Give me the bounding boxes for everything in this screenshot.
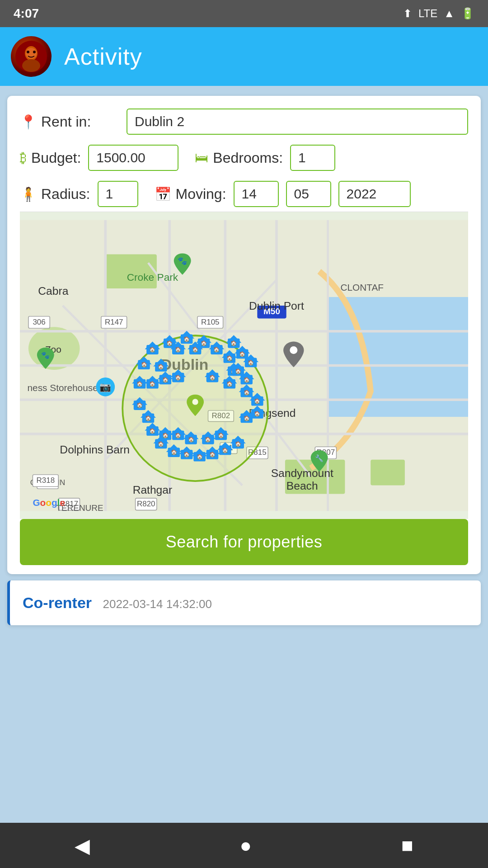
svg-text:🏠: 🏠 bbox=[158, 363, 164, 370]
svg-text:🏠: 🏠 bbox=[235, 441, 242, 447]
map-container[interactable]: R147 R105 306 R815 R807 CRUMLIN R817 R82… bbox=[20, 212, 468, 519]
svg-text:🏠: 🏠 bbox=[141, 361, 148, 368]
moving-day-input[interactable] bbox=[234, 181, 279, 207]
svg-text:🏠: 🏠 bbox=[149, 428, 156, 434]
svg-text:🏠: 🏠 bbox=[213, 346, 220, 353]
svg-text:📷: 📷 bbox=[99, 381, 111, 393]
rent-in-input[interactable] bbox=[127, 108, 468, 135]
person-icon: 🧍 bbox=[20, 186, 37, 202]
svg-text:🏠: 🏠 bbox=[226, 355, 233, 361]
svg-text:🏠: 🏠 bbox=[183, 451, 190, 458]
svg-text:CLONTAF: CLONTAF bbox=[340, 282, 384, 292]
battery-icon: 🔋 bbox=[461, 7, 474, 20]
status-time: 4:07 bbox=[14, 6, 39, 21]
calendar-icon: 📅 bbox=[155, 186, 171, 202]
svg-text:🏠: 🏠 bbox=[209, 374, 216, 381]
svg-text:🏠: 🏠 bbox=[149, 381, 156, 387]
svg-text:Dublin Port: Dublin Port bbox=[249, 300, 304, 312]
moving-year-input[interactable] bbox=[338, 181, 411, 207]
svg-text:🏠: 🏠 bbox=[171, 449, 178, 455]
svg-text:🏠: 🏠 bbox=[209, 451, 216, 458]
search-card: 📍 Rent in: ₿ Budget: 🛏 Bedrooms: bbox=[7, 96, 481, 574]
svg-text:Dolphins Barn: Dolphins Barn bbox=[60, 443, 130, 456]
bitcoin-icon: ₿ bbox=[20, 150, 27, 165]
back-button[interactable]: ◀ bbox=[61, 830, 103, 862]
svg-text:🏠: 🏠 bbox=[162, 432, 169, 439]
svg-text:🏠: 🏠 bbox=[226, 381, 233, 387]
svg-text:🏠: 🏠 bbox=[222, 447, 229, 453]
activity-title: Co-renter bbox=[23, 594, 92, 611]
bedrooms-input[interactable] bbox=[290, 145, 335, 171]
svg-text:R318: R318 bbox=[36, 476, 55, 485]
svg-text:🏠: 🏠 bbox=[175, 374, 182, 381]
budget-label: ₿ Budget: bbox=[20, 150, 81, 166]
activity-card: Co-renter 2022-03-14 14:32:00 bbox=[7, 580, 481, 625]
moving-month-input[interactable] bbox=[286, 181, 331, 207]
location-icon: 📍 bbox=[20, 114, 37, 130]
activity-timestamp: 2022-03-14 14:32:00 bbox=[103, 597, 211, 611]
radius-label: 🧍 Radius: bbox=[20, 186, 90, 203]
svg-point-3 bbox=[22, 59, 40, 72]
svg-text:🏠: 🏠 bbox=[136, 381, 143, 387]
svg-text:Beach: Beach bbox=[286, 480, 318, 492]
rent-in-label: 📍 Rent in: bbox=[20, 113, 119, 130]
svg-text:🏠: 🏠 bbox=[145, 415, 152, 421]
home-button[interactable]: ● bbox=[226, 830, 265, 861]
status-bar: 4:07 ⬆ LTE ▲ 🔋 bbox=[0, 0, 488, 27]
radius-moving-row: 🧍 Radius: 📅 Moving: bbox=[20, 181, 468, 207]
svg-text:🏠: 🏠 bbox=[244, 389, 250, 396]
bed-icon: 🛏 bbox=[195, 150, 208, 165]
svg-text:🏠: 🏠 bbox=[162, 377, 169, 383]
svg-text:🏠: 🏠 bbox=[166, 340, 173, 346]
svg-text:🏠: 🏠 bbox=[183, 336, 190, 342]
svg-point-4 bbox=[27, 51, 29, 53]
avatar[interactable] bbox=[11, 36, 52, 77]
svg-text:🏠: 🏠 bbox=[244, 377, 250, 383]
svg-text:🏠: 🏠 bbox=[218, 432, 225, 439]
svg-text:306: 306 bbox=[33, 318, 45, 326]
header-title: Activity bbox=[64, 43, 142, 70]
svg-text:🏠: 🏠 bbox=[175, 432, 182, 439]
budget-input[interactable] bbox=[88, 145, 178, 171]
bedrooms-label: 🛏 Bedrooms: bbox=[195, 150, 283, 166]
moving-label: 📅 Moving: bbox=[155, 186, 226, 203]
main-content: 📍 Rent in: ₿ Budget: 🛏 Bedrooms: bbox=[0, 86, 488, 823]
svg-text:Cabra: Cabra bbox=[38, 285, 68, 297]
app-header: Activity bbox=[0, 27, 488, 86]
activity-info: Co-renter 2022-03-14 14:32:00 bbox=[23, 594, 212, 612]
svg-text:🏠: 🏠 bbox=[248, 359, 254, 366]
search-properties-button[interactable]: Search for properties bbox=[20, 519, 468, 565]
svg-text:🏠: 🏠 bbox=[175, 346, 182, 353]
svg-rect-12 bbox=[371, 460, 405, 486]
upload-icon: ⬆ bbox=[403, 7, 412, 20]
svg-text:R820: R820 bbox=[137, 500, 155, 508]
svg-text:🏠: 🏠 bbox=[254, 410, 261, 417]
svg-text:🏠: 🏠 bbox=[188, 436, 195, 443]
svg-text:R147: R147 bbox=[105, 318, 123, 326]
bottom-nav: ◀ ● ■ bbox=[0, 823, 488, 868]
radius-input[interactable] bbox=[98, 181, 138, 207]
svg-text:Croke Park: Croke Park bbox=[127, 271, 178, 283]
recent-button[interactable]: ■ bbox=[388, 830, 427, 861]
svg-text:🐾: 🐾 bbox=[178, 256, 188, 266]
svg-point-5 bbox=[33, 51, 36, 53]
svg-text:🏠: 🏠 bbox=[149, 346, 156, 353]
status-icons: ⬆ LTE ▲ 🔋 bbox=[403, 7, 474, 20]
search-button-wrapper: Search for properties bbox=[20, 519, 468, 574]
svg-text:🏠: 🏠 bbox=[235, 368, 242, 374]
svg-text:🏠: 🏠 bbox=[201, 340, 207, 346]
svg-text:🏠: 🏠 bbox=[197, 453, 203, 460]
svg-text:🏠: 🏠 bbox=[192, 346, 199, 353]
svg-text:🏠: 🏠 bbox=[239, 351, 246, 357]
svg-text:🏠: 🏠 bbox=[244, 415, 250, 421]
lte-label: LTE bbox=[418, 7, 437, 20]
svg-text:🐾: 🐾 bbox=[41, 351, 50, 359]
svg-text:🏠: 🏠 bbox=[136, 402, 143, 408]
svg-text:R105: R105 bbox=[201, 318, 220, 326]
svg-text:🏠: 🏠 bbox=[158, 441, 164, 447]
svg-text:Sandymount: Sandymount bbox=[271, 467, 333, 479]
svg-text:🏠: 🏠 bbox=[230, 340, 237, 346]
form-section: 📍 Rent in: ₿ Budget: 🛏 Bedrooms: bbox=[20, 108, 468, 207]
signal-icon: ▲ bbox=[444, 7, 455, 20]
svg-text:🏠: 🏠 bbox=[254, 398, 261, 404]
